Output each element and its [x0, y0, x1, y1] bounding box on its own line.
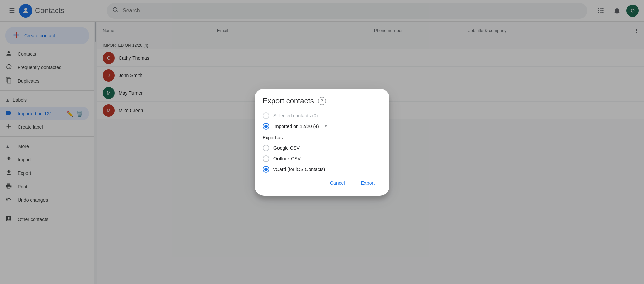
imported-option-label: Imported on 12/20 (4): [273, 124, 319, 129]
outlook-csv-label: Outlook CSV: [273, 156, 301, 161]
vcard-label: vCard (for iOS Contacts): [273, 167, 325, 172]
selected-contacts-label: Selected contacts (0): [273, 113, 318, 118]
export-contacts-dialog: Export contacts ? Selected contacts (0) …: [255, 89, 389, 196]
radio-option-imported[interactable]: Imported on 12/20 (4) ▼: [263, 123, 381, 130]
dialog-actions: Cancel Export: [263, 177, 381, 189]
radio-selected-circle: [263, 112, 269, 119]
dialog-title: Export contacts: [263, 97, 314, 105]
dialog-title-row: Export contacts ?: [263, 97, 381, 105]
export-button[interactable]: Export: [354, 177, 381, 189]
radio-google-csv-circle: [263, 145, 269, 151]
dropdown-arrow-icon: ▼: [324, 124, 328, 128]
export-as-heading: Export as: [263, 135, 381, 140]
modal-overlay[interactable]: Export contacts ? Selected contacts (0) …: [0, 0, 644, 284]
google-csv-label: Google CSV: [273, 145, 300, 151]
help-icon-button[interactable]: ?: [318, 97, 326, 105]
radio-option-google-csv[interactable]: Google CSV: [263, 145, 381, 151]
radio-imported-circle: [263, 123, 269, 130]
radio-outlook-csv-circle: [263, 155, 269, 162]
radio-option-outlook-csv[interactable]: Outlook CSV: [263, 155, 381, 162]
radio-vcard-circle: [263, 166, 269, 173]
cancel-button[interactable]: Cancel: [323, 177, 352, 189]
radio-option-selected[interactable]: Selected contacts (0): [263, 112, 381, 119]
radio-option-vcard[interactable]: vCard (for iOS Contacts): [263, 166, 381, 173]
